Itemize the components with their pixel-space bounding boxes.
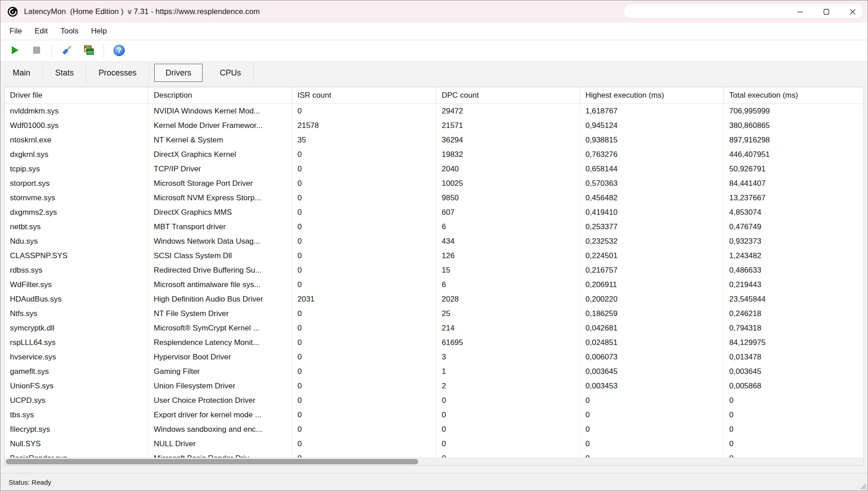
cell-dpc-count: 3: [436, 350, 580, 364]
column-header-dpc-count[interactable]: DPC count: [436, 87, 580, 104]
cell-highest-execution: 0,200220: [580, 292, 724, 307]
resize-grip[interactable]: [859, 482, 867, 490]
cell-driver-file: Ntfs.sys: [5, 307, 148, 321]
table-row[interactable]: symcryptk.dll Microsoft® SymCrypt Kernel…: [5, 321, 863, 335]
menu-file[interactable]: File: [3, 23, 28, 40]
table-row[interactable]: storport.sys Microsoft Storage Port Driv…: [5, 176, 863, 191]
window-background-gap: [0, 83, 868, 87]
cell-highest-execution: 0,763276: [580, 147, 724, 162]
options-button[interactable]: [58, 42, 76, 60]
cell-highest-execution: 0: [580, 451, 724, 458]
cell-driver-file: rspLLL64.sys: [5, 335, 148, 350]
cell-dpc-count: 9850: [436, 191, 580, 205]
tab-main[interactable]: Main: [0, 62, 43, 83]
minimize-button[interactable]: [787, 0, 813, 23]
table-row[interactable]: hvservice.sys Hypervisor Boot Driver 0 3…: [5, 350, 863, 364]
maximize-button[interactable]: [813, 0, 840, 23]
cell-total-execution: 380,860865: [724, 118, 863, 133]
menu-bar: FileEditToolsHelp: [0, 23, 868, 40]
tab-processes[interactable]: Processes: [86, 62, 149, 83]
table-row[interactable]: dxgkrnl.sys DirectX Graphics Kernel 0 19…: [5, 147, 863, 162]
tab-drivers[interactable]: Drivers: [154, 64, 203, 82]
cell-driver-file: WdFilter.sys: [5, 278, 148, 292]
cell-driver-file: CLASSPNP.SYS: [5, 249, 148, 263]
table-row[interactable]: tcpip.sys TCP/IP Driver 0 2040 0,658144 …: [5, 162, 863, 176]
table-row[interactable]: Ndu.sys Windows Network Data Usag... 0 4…: [5, 234, 863, 249]
table-row[interactable]: WdFilter.sys Microsoft antimalware file …: [5, 278, 863, 292]
cell-highest-execution: 0,206911: [580, 278, 724, 292]
table-row[interactable]: gameflt.sys Gaming Filter 0 1 0,003645 0…: [5, 364, 863, 379]
cell-total-execution: 446,407951: [724, 147, 863, 162]
cell-total-execution: 50,926791: [724, 162, 863, 176]
toolbar-separator: [104, 44, 104, 58]
cell-highest-execution: 0,006073: [580, 350, 724, 364]
cell-total-execution: 0: [724, 437, 863, 451]
cell-dpc-count: 0: [436, 393, 580, 408]
cell-driver-file: UnionFS.sys: [5, 379, 148, 393]
column-header-driver-file[interactable]: Driver file: [5, 87, 148, 104]
tab-bar: MainStatsProcessesDriversCPUs: [0, 62, 868, 83]
table-row[interactable]: UCPD.sys User Choice Protection Driver 0…: [5, 393, 863, 408]
table-row[interactable]: ntoskrnl.exe NT Kernel & System 35 36294…: [5, 133, 863, 147]
cell-dpc-count: 6: [436, 220, 580, 234]
cell-isr-count: 0: [292, 335, 436, 350]
column-header-highest-execution-ms[interactable]: Highest execution (ms): [580, 87, 724, 104]
stop-icon: [33, 46, 41, 56]
cell-dpc-count: 0: [436, 422, 580, 437]
column-header-description[interactable]: Description: [148, 87, 292, 104]
table-row[interactable]: netbt.sys MBT Transport driver 0 6 0,253…: [5, 220, 863, 234]
table-row[interactable]: stornvme.sys Microsoft NVM Express Storp…: [5, 191, 863, 205]
cell-isr-count: 0: [292, 249, 436, 263]
cell-dpc-count: 19832: [436, 147, 580, 162]
cell-driver-file: Wdf01000.sys: [5, 118, 148, 133]
close-button[interactable]: [840, 0, 866, 23]
table-row[interactable]: Wdf01000.sys Kernel Mode Driver Framewor…: [5, 118, 863, 133]
column-header-total-execution-ms[interactable]: Total execution (ms): [724, 87, 863, 104]
cell-description: DirectX Graphics Kernel: [148, 147, 292, 162]
copy-report-button[interactable]: [80, 42, 98, 60]
cell-driver-file: dxgkrnl.sys: [5, 147, 148, 162]
cell-highest-execution: 0,253377: [580, 220, 724, 234]
cell-total-execution: 706,995999: [724, 104, 863, 118]
tab-stats[interactable]: Stats: [43, 62, 86, 83]
table-row[interactable]: HDAudBus.sys High Definition Audio Bus D…: [5, 292, 863, 307]
cell-driver-file: rdbss.sys: [5, 263, 148, 278]
table-row[interactable]: Ntfs.sys NT File System Driver 0 25 0,18…: [5, 307, 863, 321]
stop-monitor-button[interactable]: [28, 42, 46, 60]
cell-total-execution: 0,005868: [724, 379, 863, 393]
start-monitor-button[interactable]: [6, 42, 24, 60]
table-row[interactable]: UnionFS.sys Union Filesystem Driver 0 2 …: [5, 379, 863, 393]
drivers-table: Driver fileDescriptionISR countDPC count…: [4, 87, 864, 466]
cell-isr-count: 0: [292, 350, 436, 364]
table-row[interactable]: tbs.sys Export driver for kernel mode ..…: [5, 408, 863, 422]
table-row[interactable]: Null.SYS NULL Driver 0 0 0 0: [5, 437, 863, 451]
cell-isr-count: 0: [292, 176, 436, 191]
table-row[interactable]: rspLLL64.sys Resplendence Latency Monit.…: [5, 335, 863, 350]
horizontal-scrollbar[interactable]: [5, 458, 863, 465]
cell-description: SCSI Class System Dll: [148, 249, 292, 263]
cell-dpc-count: 214: [436, 321, 580, 335]
menu-tools[interactable]: Tools: [54, 23, 85, 40]
tab-cpus[interactable]: CPUs: [208, 62, 254, 83]
cell-dpc-count: 61695: [436, 335, 580, 350]
table-row[interactable]: CLASSPNP.SYS SCSI Class System Dll 0 126…: [5, 249, 863, 263]
cell-dpc-count: 2040: [436, 162, 580, 176]
cell-total-execution: 0: [724, 422, 863, 437]
scrollbar-thumb[interactable]: [6, 459, 418, 464]
cell-highest-execution: 0,003645: [580, 364, 724, 379]
menu-help[interactable]: Help: [85, 23, 113, 40]
table-row[interactable]: nvlddmkm.sys NVIDIA Windows Kernel Mod..…: [5, 104, 863, 118]
help-button[interactable]: ?: [110, 42, 128, 60]
table-row[interactable]: rdbss.sys Redirected Drive Buffering Su.…: [5, 263, 863, 278]
cell-isr-count: 0: [292, 437, 436, 451]
table-row[interactable]: dxgmms2.sys DirectX Graphics MMS 0 607 0…: [5, 205, 863, 220]
table-row[interactable]: filecrypt.sys Windows sandboxing and enc…: [5, 422, 863, 437]
table-row[interactable]: BasicRender.sys Microsoft Basic Render D…: [5, 451, 863, 458]
cell-driver-file: HDAudBus.sys: [5, 292, 148, 307]
column-header-isr-count[interactable]: ISR count: [292, 87, 436, 104]
cell-isr-count: 2031: [292, 292, 436, 307]
cell-description: Gaming Filter: [148, 364, 292, 379]
app-icon[interactable]: [7, 6, 19, 18]
cell-isr-count: 0: [292, 104, 436, 118]
menu-edit[interactable]: Edit: [28, 23, 54, 40]
